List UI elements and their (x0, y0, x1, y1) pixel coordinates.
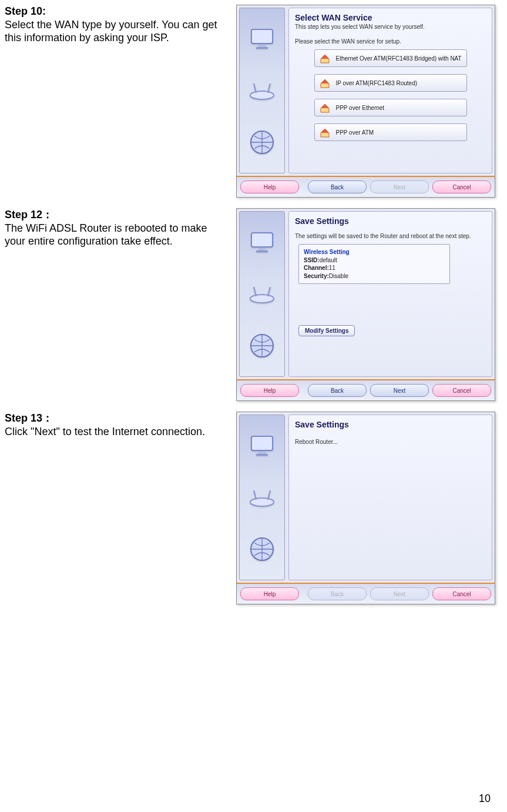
modify-settings-button[interactable]: Modify Settings (298, 325, 355, 336)
svg-rect-16 (256, 454, 268, 456)
wizard-body: Save Settings The settings will be saved… (237, 209, 495, 379)
svg-rect-14 (251, 436, 273, 450)
svg-rect-7 (251, 233, 273, 247)
setting-value: default (320, 257, 337, 263)
step-10-row: Step 10: Select the WAN type by yourself… (5, 5, 495, 198)
step-13-desc: Click "Next" to test the Internet connec… (5, 426, 205, 437)
cancel-button[interactable]: Cancel (432, 384, 491, 397)
svg-point-10 (250, 295, 274, 303)
svg-rect-2 (256, 47, 268, 49)
step-12-text: Step 12： The WiFi ADSL Router is reboote… (5, 208, 228, 248)
svg-rect-0 (251, 29, 273, 44)
wizard-sidebar (239, 415, 285, 580)
setting-row-channel: Channel:11 (304, 264, 445, 272)
settings-header: Wireless Setting (304, 248, 445, 256)
wan-option-label: IP over ATM(RFC1483 Routed) (336, 80, 418, 86)
wizard-step-13: Save Settings Reboot Router... Help Back… (236, 412, 495, 604)
svg-rect-1 (258, 45, 266, 47)
setting-row-security: Security:Disable (304, 272, 445, 280)
wizard-sidebar (239, 8, 285, 173)
svg-rect-8 (258, 248, 266, 250)
wizard-body: Select WAN Service This step lets you se… (237, 5, 495, 176)
wizard-body: Save Settings Reboot Router... (237, 412, 495, 583)
help-button[interactable]: Help (240, 181, 299, 193)
setting-key: SSID (304, 257, 317, 263)
setting-value: 11 (329, 265, 335, 271)
globe-icon (247, 534, 277, 564)
step-10-desc: Select the WAN type by yourself. You can… (5, 19, 217, 44)
cancel-button[interactable]: Cancel (432, 181, 491, 193)
wizard-subtitle: The settings will be saved to the Router… (295, 233, 486, 239)
help-button[interactable]: Help (240, 384, 299, 397)
step-13-label: Step 13： (5, 412, 53, 424)
wizard-step-12: Save Settings The settings will be saved… (236, 208, 495, 401)
svg-rect-15 (258, 452, 266, 454)
monitor-icon (247, 431, 277, 460)
wizard-title: Save Settings (295, 216, 486, 226)
step-13-row: Step 13： Click "Next" to test the Intern… (5, 412, 495, 604)
wizard-title: Select WAN Service (295, 13, 486, 22)
svg-rect-9 (256, 250, 268, 252)
wan-option-pppoe[interactable]: PPP over Ethernet (314, 99, 467, 116)
wizard-sidebar (239, 211, 285, 377)
wizard-subtitle: This step lets you select WAN service by… (295, 24, 486, 30)
next-button: Next (370, 587, 429, 600)
wan-option-ip-over-atm[interactable]: IP over ATM(RFC1483 Routed) (314, 74, 467, 92)
house-icon (318, 126, 331, 139)
step-12-label: Step 12： (5, 209, 53, 220)
settings-summary-box: Wireless Setting SSID:default Channel:11… (298, 244, 450, 284)
svg-point-17 (250, 498, 274, 506)
router-icon (247, 76, 277, 105)
wizard-subtitle: Reboot Router... (295, 439, 486, 445)
house-icon (318, 52, 331, 65)
step-12-row: Step 12： The WiFi ADSL Router is reboote… (5, 208, 495, 401)
wizard-main: Select WAN Service This step lets you se… (288, 8, 492, 173)
setting-value: Disable (329, 273, 348, 279)
back-button[interactable]: Back (308, 181, 367, 193)
wizard-note: Please select the WAN service for setup. (295, 38, 486, 45)
globe-icon (247, 128, 277, 157)
wizard-title: Save Settings (295, 420, 486, 429)
wizard-main: Save Settings The settings will be saved… (288, 211, 492, 377)
step-10-label: Step 10: (5, 5, 46, 17)
wizard-step-10: Select WAN Service This step lets you se… (236, 5, 495, 198)
back-button[interactable]: Back (308, 384, 367, 397)
setting-key: Channel (304, 265, 327, 271)
wan-option-label: Ethernet Over ATM(RFC1483 Bridged) with … (336, 55, 462, 62)
globe-icon (247, 331, 277, 360)
router-icon (247, 483, 277, 512)
help-button[interactable]: Help (240, 587, 299, 600)
next-button: Next (370, 181, 429, 193)
cancel-button[interactable]: Cancel (432, 587, 491, 600)
wizard-footer: Help Back Next Cancel (237, 176, 495, 197)
step-12-desc: The WiFi ADSL Router is rebooted to make… (5, 222, 207, 248)
wan-option-label: PPP over ATM (336, 129, 374, 136)
wizard-footer: Help Back Next Cancel (237, 583, 495, 604)
house-icon (318, 101, 331, 114)
monitor-icon (247, 228, 277, 257)
step-10-text: Step 10: Select the WAN type by yourself… (5, 5, 228, 45)
setting-row-ssid: SSID:default (304, 256, 445, 265)
back-button: Back (308, 587, 367, 600)
wizard-footer: Help Back Next Cancel (237, 379, 495, 400)
next-button[interactable]: Next (370, 384, 429, 397)
router-icon (247, 279, 277, 309)
step-13-text: Step 13： Click "Next" to test the Intern… (5, 412, 228, 438)
wan-option-label: PPP over Ethernet (336, 105, 385, 111)
svg-point-3 (250, 91, 274, 99)
wan-option-ethernet-over-atm[interactable]: Ethernet Over ATM(RFC1483 Bridged) with … (314, 49, 467, 67)
setting-key: Security (304, 273, 327, 279)
house-icon (318, 76, 331, 89)
wan-option-pppoa[interactable]: PPP over ATM (314, 123, 467, 141)
wizard-main: Save Settings Reboot Router... (288, 415, 492, 580)
monitor-icon (247, 24, 277, 54)
